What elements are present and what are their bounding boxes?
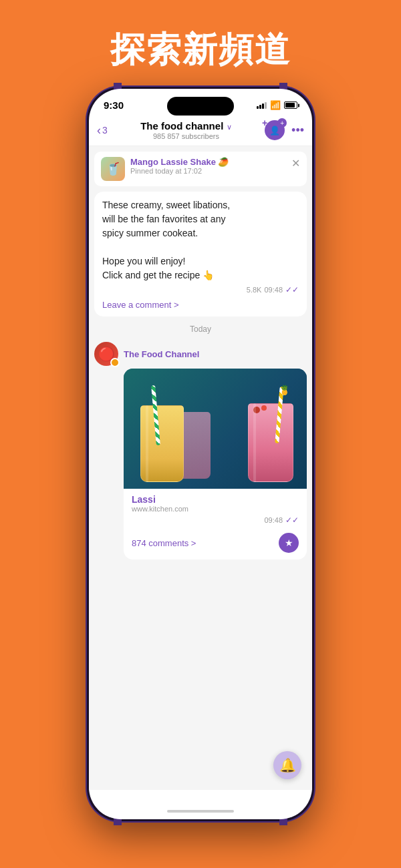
smoothie-illustration: 🍍 — [209, 369, 222, 489]
pinned-content: Mango Lassie Shake 🥭 Pinned today at 17:… — [130, 157, 300, 175]
comments-link[interactable]: 874 comments > — [132, 538, 196, 548]
signal-icon — [257, 102, 267, 109]
read-check-icon: ✓✓ — [285, 285, 299, 294]
channel-post-header: 🔴 The Food Channel — [94, 342, 307, 366]
page-title: 探索新頻道 — [0, 0, 401, 73]
phone-frame: 9:30 📶 ‹ 3 Th — [87, 87, 314, 821]
message-line-4: Hope you will enjoy! — [102, 256, 186, 266]
post-time: 09:48 — [264, 516, 283, 524]
message-line-3: spicy summer cookeat. — [102, 228, 198, 238]
message-bubble: These creamy, sweet libations, will be t… — [94, 192, 307, 316]
leave-comment-link[interactable]: Leave a comment > — [102, 300, 299, 310]
header-center[interactable]: The food channel ∨ 985 857 subscribers — [113, 120, 259, 140]
views-count: 5.8K — [247, 286, 262, 294]
battery-icon — [284, 101, 297, 109]
channel-header: ‹ 3 The food channel ∨ 985 857 subscribe… — [89, 115, 312, 146]
boost-button[interactable]: ★ — [279, 533, 299, 553]
channel-message: 🔴 The Food Channel — [94, 342, 307, 560]
wifi-icon: 📶 — [270, 100, 281, 110]
back-count: 3 — [102, 125, 108, 136]
channel-post-bubble: 🍍 ⤷ ♥ 6.4K — [124, 369, 307, 560]
pinned-title: Mango Lassie Shake 🥭 — [130, 157, 300, 167]
message-meta: 5.8K 09:48 ✓✓ — [102, 285, 299, 294]
pinned-emoji: 🥤 — [106, 162, 120, 176]
header-actions: 👤 + ••• — [265, 120, 304, 140]
bubble-footer: 874 comments > ★ — [124, 530, 307, 560]
close-pinned-button[interactable]: ✕ — [291, 157, 300, 170]
phone-screen: 9:30 📶 ‹ 3 Th — [89, 89, 312, 819]
post-meta: 09:48 ✓✓ — [132, 515, 299, 525]
subscriber-count: 985 857 subscribers — [113, 132, 259, 140]
channel-avatar: 🔴 — [94, 342, 118, 366]
channel-post-name: The Food Channel — [124, 349, 199, 359]
channel-title: The food channel ∨ — [113, 120, 259, 132]
message-time: 09:48 — [264, 286, 283, 294]
status-time: 9:30 — [104, 99, 124, 111]
chat-area: 🥤 Mango Lassie Shake 🥭 Pinned today at 1… — [89, 146, 312, 790]
status-icons: 📶 — [257, 100, 297, 110]
bell-icon: 🔔 — [279, 757, 296, 773]
dynamic-island — [167, 97, 234, 116]
more-options-button[interactable]: ••• — [291, 124, 304, 138]
food-image: 🍍 ⤷ ♥ 6.4K — [124, 369, 307, 489]
message-line-1: These creamy, sweet libations, — [102, 200, 230, 210]
message-line-2: will be the fan favorites at any — [102, 214, 225, 224]
notification-fab[interactable]: 🔔 — [273, 751, 301, 779]
date-separator: Today — [89, 324, 312, 334]
add-icon: 👤 — [269, 126, 280, 136]
channel-title-chevron: ∨ — [227, 123, 232, 131]
message-line-5: Click and get the recipe 👆 — [102, 270, 214, 280]
article-title[interactable]: Lassi — [132, 494, 299, 505]
back-chevron-icon: ‹ — [97, 124, 101, 138]
pinned-avatar: 🥤 — [101, 157, 125, 181]
channel-verified-badge — [110, 358, 120, 367]
back-button[interactable]: ‹ 3 — [97, 124, 108, 138]
pinned-subtitle: Pinned today at 17:02 — [130, 167, 300, 175]
pinned-message-banner[interactable]: 🥤 Mango Lassie Shake 🥭 Pinned today at 1… — [94, 152, 307, 186]
home-indicator — [167, 810, 234, 813]
boost-icon: ★ — [285, 537, 293, 548]
bubble-content: Lassi www.kitchen.com 09:48 ✓✓ — [124, 489, 307, 530]
post-check-icon: ✓✓ — [285, 515, 299, 525]
article-url: www.kitchen.com — [132, 505, 299, 513]
channel-title-text: The food channel — [140, 120, 223, 132]
message-text: These creamy, sweet libations, will be t… — [102, 198, 299, 282]
add-member-button[interactable]: 👤 + — [265, 120, 285, 140]
